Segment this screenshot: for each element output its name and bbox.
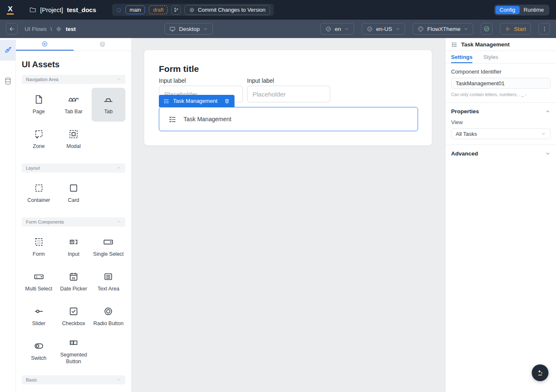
project-breadcrumb[interactable]: [Project] test_docs <box>29 6 96 13</box>
identifier-label: Component Identifier <box>451 69 551 75</box>
asset-container[interactable]: Container <box>22 176 56 210</box>
asset-grid-form-components: FormInputSingle Select3...Multi Select31… <box>16 227 131 370</box>
sparkles-ai-icon <box>536 368 545 377</box>
check-circle-icon <box>367 26 373 32</box>
git-branch-button[interactable] <box>171 5 181 15</box>
selected-task-management-component[interactable]: Task Management <box>159 107 418 131</box>
asset-label: Tab <box>104 109 112 115</box>
asset-file-preview[interactable]: File Preview <box>92 388 125 392</box>
canvas-input-2[interactable] <box>247 86 330 102</box>
asset-segmented-button[interactable]: Segmented Button <box>56 334 90 368</box>
chevron-down-icon <box>545 151 551 156</box>
chevron-up-icon <box>117 165 121 171</box>
more-options-button[interactable] <box>538 23 550 35</box>
asset-date-picker[interactable]: 31Date Picker <box>56 265 90 299</box>
database-icon <box>4 77 12 85</box>
task-list-icon <box>451 41 457 48</box>
section-header-form-components[interactable]: Form Components <box>22 217 125 227</box>
flowx-logo[interactable]: X <box>7 5 14 15</box>
asset-multi-select[interactable]: 3...Multi Select <box>22 265 56 299</box>
asset-grid-navigation-area: PageTab BarTabZoneModal <box>16 84 131 158</box>
locale-selector[interactable]: en-US <box>362 23 405 35</box>
language-selector[interactable]: en <box>320 23 354 35</box>
asset-radio-button[interactable]: Radio Button <box>92 300 125 333</box>
checkbox-icon <box>68 306 79 317</box>
delete-component-button[interactable] <box>224 98 230 104</box>
asset-modal[interactable]: Modal <box>56 122 90 156</box>
ellipsis-vertical-icon <box>541 26 548 32</box>
start-button[interactable]: Start <box>500 23 531 35</box>
tab-add-components[interactable] <box>16 38 74 51</box>
asset-label: Radio Button <box>93 321 123 327</box>
selection-toolbar-chip[interactable]: Task Management <box>159 95 235 107</box>
tab-icon <box>103 94 114 105</box>
inspector-panel: Task Management Settings Styles Componen… <box>445 38 556 392</box>
device-selector[interactable]: Desktop <box>164 23 213 35</box>
rail-design-tab[interactable] <box>0 40 16 61</box>
view-select[interactable]: All Tasks <box>451 128 551 139</box>
modal-icon <box>68 129 79 140</box>
properties-section-toggle[interactable]: Properties <box>451 103 551 118</box>
view-select-value: All Tasks <box>456 131 477 137</box>
asset-grid-layout: ContainerCard <box>16 173 131 212</box>
asset-card[interactable]: Card <box>56 176 90 210</box>
asset-label: Modal <box>66 143 81 150</box>
section-header-basic[interactable]: Basic <box>22 375 125 384</box>
asset-label: Tab Bar <box>64 109 82 115</box>
validate-button[interactable] <box>481 23 492 35</box>
theme-selector[interactable]: FlowXTheme <box>413 23 474 35</box>
asset-button[interactable]: Button <box>22 388 56 392</box>
asset-form[interactable]: Form <box>22 230 56 264</box>
play-icon <box>505 26 510 32</box>
asset-label: Switch <box>31 355 46 362</box>
asset-switch[interactable]: Switch <box>22 334 56 368</box>
inspector-title: Task Management <box>461 41 510 48</box>
component-identifier-input[interactable] <box>451 78 551 89</box>
asset-slider[interactable]: Slider <box>22 300 56 333</box>
breadcrumb-root[interactable]: UI Flows <box>25 26 47 32</box>
asset-checkbox[interactable]: Checkbox <box>56 300 90 333</box>
ai-assistant-fab[interactable] <box>532 364 548 381</box>
asset-label: Container <box>28 197 50 204</box>
commit-icon <box>189 7 195 13</box>
config-mode-button[interactable]: Config <box>495 6 520 14</box>
asset-tab[interactable]: Tab <box>92 88 125 122</box>
section-header-layout[interactable]: Layout <box>22 163 125 173</box>
tab-layers[interactable] <box>74 38 131 51</box>
monitor-icon <box>169 26 176 32</box>
asset-tab-bar[interactable]: Tab Bar <box>56 88 90 122</box>
asset-grid-basic: ButtonFile UploadFile Preview <box>16 384 131 392</box>
switch-icon <box>33 341 44 351</box>
asset-single-select[interactable]: Single Select <box>92 230 125 264</box>
draft-pill[interactable]: draft <box>149 5 168 14</box>
asset-label: Form <box>33 251 45 258</box>
asset-label: Segmented Button <box>57 352 89 365</box>
asset-label: Single Select <box>93 251 124 258</box>
branch-pill[interactable]: main <box>125 5 145 14</box>
breadcrumb-current: test <box>66 26 76 32</box>
asset-page[interactable]: Page <box>22 88 56 122</box>
rail-data-tab[interactable] <box>0 71 16 92</box>
tab-settings[interactable]: Settings <box>451 51 472 63</box>
design-canvas[interactable]: Form title Input label Input label Task … <box>132 38 445 392</box>
sync-spinner-icon <box>116 7 122 13</box>
asset-label: Slider <box>32 321 46 327</box>
asset-zone[interactable]: Zone <box>22 122 56 156</box>
date-picker-icon: 31 <box>68 271 79 282</box>
asset-label: Checkbox <box>62 321 85 327</box>
runtime-mode-button[interactable]: Runtime <box>520 6 548 14</box>
commit-changes-button[interactable]: Commit Changes to Version <box>184 5 270 15</box>
form-card[interactable]: Form title Input label Input label Task … <box>144 50 432 145</box>
asset-text-area[interactable]: Text Area <box>92 265 125 299</box>
tab-styles[interactable]: Styles <box>483 51 498 63</box>
back-button[interactable] <box>6 23 18 35</box>
folder-icon <box>29 6 36 13</box>
asset-input[interactable]: Input <box>56 230 90 264</box>
chevron-up-icon <box>117 77 121 82</box>
section-header-navigation-area[interactable]: Navigation Area <box>22 75 125 84</box>
advanced-section-toggle[interactable]: Advanced <box>451 145 551 160</box>
section-layout: LayoutContainerCard <box>16 163 131 212</box>
section-form-components: Form ComponentsFormInputSingle Select3..… <box>16 217 131 370</box>
task-list-icon <box>163 98 169 104</box>
project-prefix: [Project] <box>40 6 63 13</box>
